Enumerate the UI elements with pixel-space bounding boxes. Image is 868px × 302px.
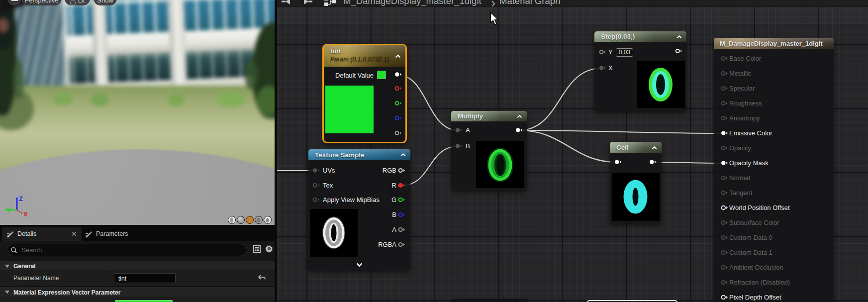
svg-text:Z: Z: [19, 195, 23, 202]
svg-text:X: X: [23, 210, 28, 217]
svg-text:Y: Y: [6, 206, 11, 214]
